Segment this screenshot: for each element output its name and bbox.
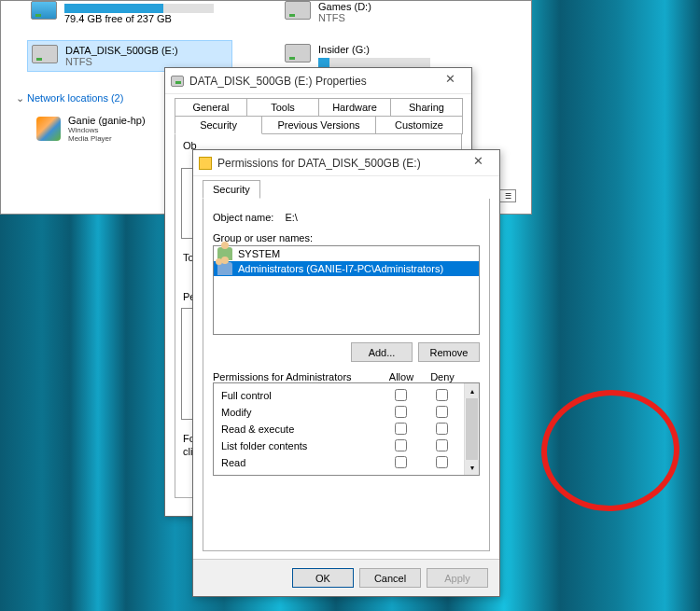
object-name-label: Object name:	[213, 212, 273, 223]
network-item-wmp[interactable]: Ganie (ganie-hp) WindowsMedia Player	[36, 115, 146, 143]
perm-row-read-execute: Read & execute	[221, 421, 462, 437]
permissions-scrollbar[interactable]: ▴ ▾	[464, 383, 479, 475]
tab-sharing[interactable]: Sharing	[390, 98, 463, 117]
deny-read-execute[interactable]	[436, 423, 448, 435]
perm-row-list-folder: List folder contents	[221, 437, 462, 454]
perm-label: Read	[221, 457, 380, 468]
scroll-down-icon[interactable]: ▾	[465, 460, 479, 475]
tab-general[interactable]: General	[175, 98, 247, 117]
user-list[interactable]: SYSTEM Administrators (GANIE-I7-PC\Admin…	[213, 245, 480, 335]
allow-read[interactable]	[395, 456, 407, 468]
tab-security[interactable]: Security	[175, 116, 262, 134]
permissions-dialog: Permissions for DATA_DISK_500GB (E:) ✕ S…	[192, 149, 500, 597]
allow-read-execute[interactable]	[395, 423, 407, 435]
drive-label: DATA_DISK_500GB (E:)	[65, 45, 178, 56]
drive-d[interactable]: Games (D:) NTFS	[281, 0, 477, 27]
drive-icon	[285, 1, 311, 20]
object-name-value: E:\	[285, 212, 297, 223]
wmp-label: Ganie (ganie-hp)	[68, 115, 146, 126]
perm-label: List folder contents	[221, 440, 380, 451]
perm-label: Modify	[221, 407, 380, 418]
drive-subtext: NTFS	[318, 12, 371, 23]
deny-read[interactable]	[436, 456, 448, 468]
permissions-for-label: Permissions for Administrators	[213, 371, 381, 382]
perm-row-read: Read	[221, 454, 462, 471]
wmp-icon	[36, 117, 61, 141]
permissions-title: Permissions for DATA_DISK_500GB (E:)	[217, 157, 462, 170]
deny-full-control[interactable]	[436, 389, 448, 401]
add-button[interactable]: Add...	[351, 342, 413, 362]
close-icon[interactable]: ✕	[434, 72, 466, 90]
permissions-table: Full control Modify Read & execute List …	[213, 382, 480, 476]
capacity-bar	[318, 58, 430, 67]
scroll-up-icon[interactable]: ▴	[465, 383, 479, 398]
deny-list-folder[interactable]	[436, 439, 448, 451]
properties-title: DATA_DISK_500GB (E:) Properties	[189, 75, 434, 88]
properties-titlebar[interactable]: DATA_DISK_500GB (E:) Properties ✕	[165, 68, 471, 94]
user-row-system[interactable]: SYSTEM	[214, 246, 479, 261]
user-label: SYSTEM	[238, 248, 280, 259]
dialog-footer: OK Cancel Apply	[193, 559, 499, 596]
drive-label: Insider (G:)	[318, 44, 430, 55]
ok-button[interactable]: OK	[292, 568, 354, 588]
tab-hardware[interactable]: Hardware	[318, 98, 391, 117]
group-icon	[217, 262, 232, 275]
perm-label: Full control	[221, 390, 380, 401]
drive-icon	[285, 44, 311, 62]
view-details-button[interactable]: ☰	[499, 189, 516, 202]
allow-list-folder[interactable]	[395, 439, 407, 451]
drive-c[interactable]: 79.4 GB free of 237 GB	[27, 0, 232, 28]
drive-icon	[32, 45, 58, 63]
drive-label: Games (D:)	[318, 1, 371, 12]
allow-modify[interactable]	[395, 406, 407, 418]
properties-tabs-row1: General Tools Hardware Sharing	[165, 98, 471, 117]
properties-tabs-row2: Security Previous Versions Customize	[165, 116, 471, 134]
wmp-caption: WindowsMedia Player	[68, 126, 146, 143]
group-user-label: Group or user names:	[213, 232, 480, 243]
drive-subtext: NTFS	[65, 56, 178, 67]
scroll-thumb[interactable]	[466, 398, 478, 460]
close-icon[interactable]: ✕	[462, 154, 494, 173]
user-row-administrators[interactable]: Administrators (GANIE-I7-PC\Administrato…	[214, 261, 479, 276]
perm-label: Read & execute	[221, 424, 380, 435]
permissions-tabs: Security	[193, 180, 499, 199]
network-locations-heading[interactable]: Network locations (2)	[16, 92, 123, 104]
cancel-button[interactable]: Cancel	[359, 568, 421, 588]
col-allow: Allow	[381, 371, 422, 382]
drive-icon	[31, 1, 57, 20]
perm-row-modify: Modify	[221, 404, 462, 421]
permissions-panel: Object name: E:\ Group or user names: SY…	[203, 199, 490, 551]
tab-security[interactable]: Security	[203, 180, 260, 199]
tab-tools[interactable]: Tools	[246, 98, 319, 117]
col-deny: Deny	[422, 371, 463, 382]
folder-icon	[199, 157, 212, 170]
allow-full-control[interactable]	[395, 389, 407, 401]
permissions-titlebar[interactable]: Permissions for DATA_DISK_500GB (E:) ✕	[193, 150, 499, 176]
user-label: Administrators (GANIE-I7-PC\Administrato…	[238, 263, 443, 274]
drive-icon	[171, 76, 184, 87]
tab-customize[interactable]: Customize	[375, 116, 463, 134]
apply-button[interactable]: Apply	[427, 568, 488, 588]
perm-row-full-control: Full control	[221, 387, 462, 404]
drive-subtext: 79.4 GB free of 237 GB	[64, 13, 214, 24]
remove-button[interactable]: Remove	[418, 342, 480, 362]
tab-previous-versions[interactable]: Previous Versions	[261, 116, 376, 134]
deny-modify[interactable]	[436, 406, 448, 418]
capacity-bar	[64, 4, 214, 13]
